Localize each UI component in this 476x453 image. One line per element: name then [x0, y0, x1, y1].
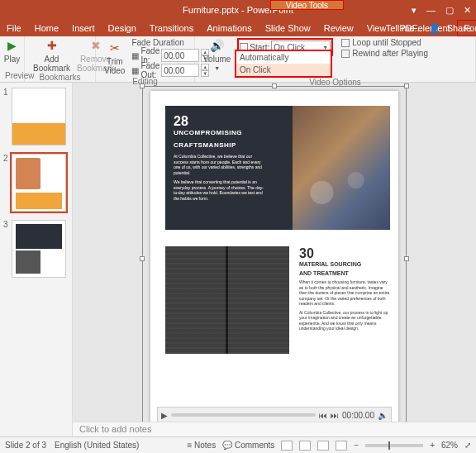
- start-dropdown-list: Automatically On Click: [235, 50, 332, 78]
- start-option-automatically[interactable]: Automatically: [236, 51, 331, 64]
- video-scrubber[interactable]: [171, 413, 316, 417]
- play-label: Play: [4, 55, 20, 64]
- image-craft: [293, 106, 390, 230]
- section-30: 30 MATERIAL SOURCING AND TREATMENT When …: [299, 246, 390, 335]
- status-bar: Slide 2 of 3 English (United States) ≡ N…: [0, 436, 476, 453]
- add-bookmark-label: Add Bookmark: [33, 55, 70, 73]
- remove-bookmark-button[interactable]: ✖ Remove Bookmark: [74, 38, 117, 73]
- image-leather: [165, 246, 289, 354]
- tab-home[interactable]: Home: [28, 20, 65, 36]
- ribbon: ▶ Play Preview ✚ Add Bookmark ✖ Remove B…: [0, 36, 476, 83]
- play-icon: ▶: [5, 38, 20, 53]
- status-lang[interactable]: English (United States): [55, 441, 139, 450]
- video-play-icon[interactable]: ▶: [161, 411, 168, 420]
- slide-canvas[interactable]: 28 UNCOMPROMISING CRAFTSMANSHIP At Colum…: [73, 83, 476, 422]
- view-sorter[interactable]: [299, 441, 311, 451]
- bookmark-remove-icon: ✖: [88, 38, 103, 53]
- thumbnail-2[interactable]: 2: [5, 154, 67, 212]
- tab-animations[interactable]: Animations: [200, 20, 258, 36]
- fit-window-icon[interactable]: ⤢: [464, 441, 471, 450]
- heading-30-number: 30: [299, 246, 390, 261]
- title-bar: Furniture.pptx - PowerPoint Video Tools …: [0, 0, 476, 20]
- signin-icon[interactable]: 👤: [429, 23, 440, 34]
- tab-file[interactable]: File: [0, 20, 28, 36]
- chevron-down-icon: ▼: [214, 65, 220, 71]
- group-preview-label: Preview: [5, 71, 19, 80]
- tell-me[interactable]: Tell me...: [386, 23, 422, 33]
- volume-button[interactable]: 🔊 Volume ▼: [200, 38, 234, 71]
- view-normal[interactable]: [281, 441, 293, 451]
- group-bookmarks-label: Bookmarks: [30, 73, 90, 82]
- zoom-value[interactable]: 62%: [441, 441, 458, 450]
- video-next-icon[interactable]: ⏭: [331, 411, 339, 420]
- tab-design[interactable]: Design: [102, 20, 143, 36]
- group-editing-label: Editing: [101, 77, 189, 86]
- tab-review[interactable]: Review: [317, 20, 360, 36]
- fade-out-icon: ▦: [131, 66, 139, 75]
- video-option-checkboxes-right: Loop until Stopped Rewind after Playing: [341, 38, 428, 58]
- view-slideshow[interactable]: [336, 441, 347, 451]
- fade-out-input[interactable]: 00.00: [161, 64, 199, 77]
- volume-icon: 🔊: [210, 38, 225, 53]
- video-player-controls: ▶ ⏮ ⏭ 00:00.00 🔈: [157, 407, 392, 422]
- para-28b: We believe that converting that potentia…: [174, 179, 264, 201]
- slide-page: 28 UNCOMPROMISING CRAFTSMANSHIP At Colum…: [150, 91, 398, 422]
- volume-label: Volume: [203, 55, 231, 64]
- restore-icon[interactable]: ▢: [445, 5, 454, 16]
- zoom-slider[interactable]: [365, 444, 423, 447]
- ribbon-tabs: File Home Insert Design Transitions Anim…: [0, 20, 476, 36]
- rewind-check[interactable]: Rewind after Playing: [341, 49, 428, 58]
- window-controls: ▾ ― ▢ ✕: [412, 5, 471, 16]
- zoom-in-icon[interactable]: +: [430, 441, 435, 450]
- play-button[interactable]: ▶ Play: [5, 38, 19, 64]
- add-bookmark-button[interactable]: ✚ Add Bookmark: [30, 38, 74, 73]
- view-reading[interactable]: [317, 441, 329, 451]
- tab-insert[interactable]: Insert: [65, 20, 102, 36]
- tab-slideshow[interactable]: Slide Show: [259, 20, 317, 36]
- video-mute-icon[interactable]: 🔈: [378, 411, 388, 420]
- para-30b: At Columbia Collective, our process is t…: [299, 310, 390, 331]
- status-comments-button[interactable]: 💬 Comments: [222, 441, 274, 450]
- fade-in-input[interactable]: 00.00: [161, 49, 199, 62]
- bookmark-add-icon: ✚: [45, 38, 60, 53]
- video-time: 00:00.00: [342, 411, 374, 420]
- thumbnail-1[interactable]: 1: [5, 88, 67, 145]
- remove-bookmark-label: Remove Bookmark: [77, 55, 114, 73]
- thumbnail-3[interactable]: 3: [5, 220, 67, 278]
- zoom-out-icon[interactable]: −: [354, 441, 359, 450]
- para-30a: When it comes to choosing furniture, tas…: [299, 279, 390, 307]
- close-icon[interactable]: ✕: [464, 5, 471, 16]
- slide-area: 28 UNCOMPROMISING CRAFTSMANSHIP At Colum…: [73, 83, 476, 436]
- status-slide: Slide 2 of 3: [5, 441, 46, 450]
- minimize-icon[interactable]: ―: [426, 5, 436, 16]
- heading-30b: AND TREATMENT: [299, 270, 390, 276]
- context-tab-video-tools[interactable]: Video Tools: [270, 0, 344, 10]
- slide-thumbnails: 1 2 3: [0, 83, 73, 436]
- editor: 1 2 3 28 UNCOMPROMISING CRAFTSMANSHIP At…: [0, 83, 476, 436]
- heading-30a: MATERIAL SOURCING: [299, 261, 390, 267]
- share-button[interactable]: Share: [447, 23, 471, 33]
- ribbon-options-icon[interactable]: ▾: [412, 5, 416, 16]
- loop-check[interactable]: Loop until Stopped: [341, 38, 428, 47]
- para-28a: At Columbia Collective, we believe that …: [174, 154, 264, 175]
- tab-transitions[interactable]: Transitions: [143, 20, 200, 36]
- notes-pane[interactable]: Click to add notes: [73, 422, 476, 436]
- video-prev-icon[interactable]: ⏮: [319, 411, 327, 420]
- status-notes-button[interactable]: ≡ Notes: [187, 441, 216, 450]
- start-option-onclick[interactable]: On Click: [236, 64, 331, 76]
- fade-in-icon: ▦: [131, 51, 139, 60]
